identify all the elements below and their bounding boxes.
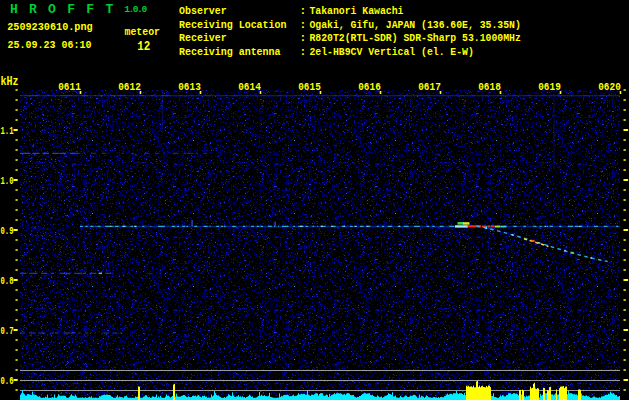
- svg-text:1.0: 1.0: [1, 175, 14, 187]
- svg-text:0612: 0612: [118, 80, 141, 93]
- svg-text::: :: [300, 19, 307, 31]
- svg-text:0.6: 0.6: [1, 375, 14, 387]
- svg-text::: :: [300, 5, 307, 17]
- svg-text:2509230610.png: 2509230610.png: [7, 20, 93, 33]
- svg-text:0620: 0620: [598, 80, 621, 93]
- svg-text:F: F: [67, 2, 75, 17]
- svg-text:Receiver: Receiver: [179, 32, 227, 44]
- svg-text:0617: 0617: [418, 80, 441, 93]
- svg-text:H: H: [10, 2, 18, 17]
- svg-text:1.0.0: 1.0.0: [124, 4, 147, 15]
- svg-text:2el-HB9CV Vertical (el. E-W): 2el-HB9CV Vertical (el. E-W): [310, 46, 474, 58]
- svg-text:kHz: kHz: [1, 75, 19, 89]
- svg-text:0618: 0618: [478, 80, 501, 93]
- svg-text:0.7: 0.7: [1, 325, 14, 337]
- svg-text:0611: 0611: [58, 80, 81, 93]
- svg-text::: :: [300, 46, 307, 58]
- svg-text:Ogaki, Gifu, JAPAN (136.60E, 3: Ogaki, Gifu, JAPAN (136.60E, 35.35N): [310, 19, 521, 31]
- svg-text:T: T: [105, 2, 113, 17]
- svg-text::: :: [300, 32, 307, 44]
- svg-text:O: O: [48, 2, 56, 17]
- svg-text:0616: 0616: [358, 80, 381, 93]
- svg-text:25.09.23 06:10: 25.09.23 06:10: [7, 38, 91, 51]
- svg-text:0613: 0613: [178, 80, 201, 93]
- svg-text:0.8: 0.8: [1, 275, 14, 287]
- svg-text:Takanori Kawachi: Takanori Kawachi: [310, 5, 404, 17]
- svg-text:F: F: [86, 2, 94, 17]
- svg-text:12: 12: [137, 39, 150, 54]
- svg-text:Observer: Observer: [179, 5, 227, 17]
- svg-text:1.1: 1.1: [1, 125, 14, 137]
- svg-text:Receiving Location: Receiving Location: [179, 19, 287, 31]
- svg-text:0615: 0615: [298, 80, 321, 93]
- svg-text:Receiving antenna: Receiving antenna: [179, 46, 281, 58]
- svg-text:R: R: [29, 2, 37, 17]
- svg-text:0.9: 0.9: [1, 225, 14, 237]
- svg-text:meteor: meteor: [125, 26, 161, 38]
- svg-text:0614: 0614: [238, 80, 261, 93]
- svg-text:R820T2(RTL-SDR) SDR-Sharp 53.1: R820T2(RTL-SDR) SDR-Sharp 53.1000MHz: [310, 32, 521, 44]
- svg-text:0619: 0619: [538, 80, 561, 93]
